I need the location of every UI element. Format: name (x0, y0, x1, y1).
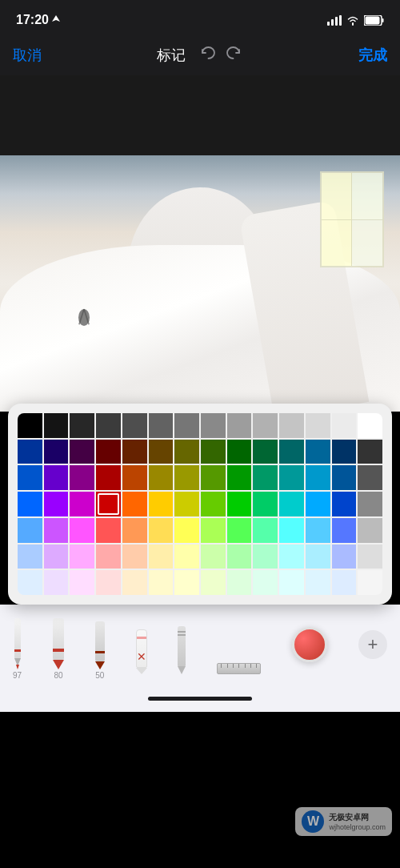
color-cell[interactable] (18, 440, 42, 464)
cancel-button[interactable]: 取消 (13, 46, 42, 65)
tool-pen-thick[interactable]: 50 (95, 609, 105, 680)
tool-eraser[interactable]: ✕ (136, 614, 147, 676)
color-cell[interactable] (149, 518, 174, 543)
color-cell[interactable] (227, 465, 252, 490)
color-cell[interactable] (96, 518, 121, 543)
color-cell[interactable] (201, 413, 226, 438)
color-cell[interactable] (70, 492, 94, 516)
color-cell[interactable] (174, 465, 199, 490)
color-cell[interactable] (44, 492, 69, 516)
color-cell[interactable] (306, 570, 330, 595)
color-cell[interactable] (201, 518, 226, 543)
color-cell[interactable] (201, 570, 226, 595)
color-cell[interactable] (253, 492, 278, 516)
color-cell[interactable] (253, 413, 278, 438)
color-cell[interactable] (253, 570, 278, 595)
color-cell[interactable] (174, 413, 199, 438)
color-cell[interactable] (332, 413, 357, 438)
color-cell[interactable] (70, 413, 94, 438)
color-cell[interactable] (174, 492, 199, 516)
color-cell[interactable] (279, 518, 304, 543)
color-cell[interactable] (279, 492, 304, 516)
color-cell[interactable] (18, 465, 42, 490)
color-cell[interactable] (306, 465, 330, 490)
color-cell[interactable] (70, 440, 94, 464)
color-cell[interactable] (149, 570, 174, 595)
color-cell[interactable] (149, 465, 174, 490)
color-cell[interactable] (174, 570, 199, 595)
color-cell[interactable] (70, 465, 94, 490)
color-cell[interactable] (96, 413, 121, 438)
color-cell[interactable] (332, 465, 357, 490)
color-cell[interactable] (358, 440, 382, 464)
color-cell[interactable] (96, 465, 121, 490)
color-cell[interactable] (279, 440, 304, 464)
color-cell[interactable] (253, 545, 278, 569)
color-cell[interactable] (279, 545, 304, 569)
color-cell[interactable] (306, 518, 330, 543)
color-cell[interactable] (174, 545, 199, 569)
color-cell[interactable] (332, 545, 357, 569)
add-tool-button[interactable]: + (358, 630, 387, 659)
color-cell[interactable] (70, 518, 94, 543)
color-cell[interactable] (201, 545, 226, 569)
color-cell[interactable] (227, 570, 252, 595)
color-cell[interactable] (358, 545, 382, 569)
color-cell[interactable] (70, 570, 94, 595)
color-cell[interactable] (332, 492, 357, 516)
color-cell[interactable] (122, 545, 147, 569)
color-cell[interactable] (358, 492, 382, 516)
color-cell[interactable] (18, 492, 42, 516)
tool-pen-thin[interactable]: 97 (13, 609, 22, 680)
color-cell[interactable] (44, 440, 69, 464)
redo-button[interactable] (226, 44, 243, 66)
color-cell[interactable] (253, 518, 278, 543)
color-cell[interactable] (306, 413, 330, 438)
color-cell[interactable] (253, 440, 278, 464)
color-cell[interactable] (358, 465, 382, 490)
color-cell[interactable] (96, 440, 121, 464)
tool-marker[interactable]: 80 (53, 609, 64, 680)
color-cell[interactable] (122, 518, 147, 543)
color-grid[interactable] (18, 413, 382, 595)
color-cell[interactable] (279, 413, 304, 438)
color-cell[interactable] (18, 545, 42, 569)
color-cell[interactable] (306, 545, 330, 569)
color-cell[interactable] (122, 570, 147, 595)
color-cell[interactable] (18, 413, 42, 438)
color-cell[interactable] (44, 413, 69, 438)
color-cell[interactable] (279, 570, 304, 595)
color-cell[interactable] (96, 570, 121, 595)
color-cell[interactable] (358, 413, 382, 438)
color-cell[interactable] (279, 465, 304, 490)
color-cell[interactable] (332, 440, 357, 464)
color-cell[interactable] (44, 545, 69, 569)
color-cell[interactable] (201, 465, 226, 490)
color-cell[interactable] (306, 492, 330, 516)
tool-ruler[interactable] (217, 614, 261, 676)
color-cell[interactable] (174, 440, 199, 464)
color-cell[interactable] (149, 413, 174, 438)
color-cell[interactable] (201, 440, 226, 464)
color-cell[interactable] (122, 492, 147, 516)
color-cell[interactable] (332, 570, 357, 595)
color-cell[interactable] (332, 518, 357, 543)
color-cell[interactable] (149, 492, 174, 516)
color-cell[interactable] (227, 518, 252, 543)
color-cell[interactable] (149, 545, 174, 569)
color-cell[interactable] (227, 545, 252, 569)
color-cell[interactable] (44, 518, 69, 543)
color-cell[interactable] (122, 440, 147, 464)
color-cell[interactable] (122, 465, 147, 490)
color-cell[interactable] (149, 440, 174, 464)
tool-lasso[interactable] (178, 614, 186, 676)
color-cell[interactable] (227, 413, 252, 438)
color-cell[interactable] (18, 570, 42, 595)
color-cell[interactable] (44, 465, 69, 490)
color-cell[interactable] (201, 492, 226, 516)
color-cell[interactable] (96, 492, 121, 516)
color-cell[interactable] (96, 545, 121, 569)
color-cell[interactable] (253, 465, 278, 490)
done-button[interactable]: 完成 (358, 46, 387, 65)
color-cell[interactable] (18, 518, 42, 543)
